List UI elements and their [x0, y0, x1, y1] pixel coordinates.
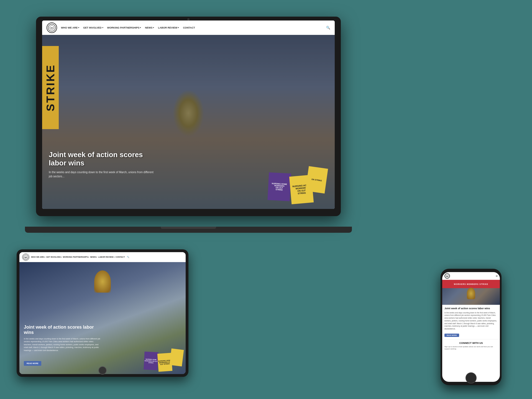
- tablet-hero-title: Joint week of action scores labor wins: [24, 324, 101, 335]
- laptop-nav-links: WHO WE ARE ▾ GET INVOLVED ▾ WORKING PART…: [60, 25, 323, 30]
- tablet-home-button[interactable]: [98, 366, 107, 375]
- chevron-down-icon: ▾: [78, 27, 79, 29]
- tablet-nav-links: WHO WE ARE ▾ GET INVOLVED ▾ WORKING PART…: [31, 256, 183, 258]
- laptop-screen: MN WHO WE ARE ▾ GET INVOLVED ▾ WORKING P…: [42, 21, 335, 209]
- phone-article-card: Joint week of action scores labor wins I…: [442, 305, 500, 339]
- laptop-device: MN WHO WE ARE ▾ GET INVOLVED ▾ WORKING P…: [36, 17, 341, 227]
- tablet-search-icon[interactable]: 🔍: [127, 256, 129, 258]
- tablet-logo[interactable]: MN: [22, 254, 29, 261]
- phone-article-title: Joint week of action scores labor wins: [444, 307, 498, 310]
- chevron-down-icon: ▾: [61, 256, 62, 258]
- svg-text:MN: MN: [446, 276, 448, 277]
- tablet-screen: MN WHO WE ARE ▾ GET INVOLVED ▾ WORKING P…: [19, 252, 186, 374]
- phone-article-text: In the weeks and days counting down to t…: [444, 311, 498, 330]
- tablet-strike-signs: NURSING HOME WORKERS ON ULP STRIKE NURSI…: [114, 285, 186, 374]
- phone-strike-banner: WORKERS MEMBERS STRIKE: [442, 280, 500, 288]
- chevron-down-icon: ▾: [96, 256, 97, 258]
- strike-sign-yellow2: ON STRIKE: [305, 166, 328, 194]
- phone-body: MN ≡ WORKERS MEMBERS STRIKE Joint week o…: [441, 269, 502, 385]
- chevron-down-icon: ▾: [88, 256, 89, 258]
- tablet-hero-text: Joint week of action scores labor wins I…: [24, 324, 101, 352]
- chevron-down-icon: ▾: [44, 256, 45, 258]
- phone-device: MN ≡ WORKERS MEMBERS STRIKE Joint week o…: [441, 269, 502, 385]
- tablet-hero: NURSING HOME WORKERS ON ULP STRIKE NURSI…: [19, 262, 186, 374]
- tablet-nav-news[interactable]: NEWS ▾: [90, 256, 97, 258]
- tablet-hero-excerpt: In the weeks and days counting down to t…: [24, 337, 101, 352]
- laptop-logo[interactable]: MN: [47, 22, 57, 33]
- tablet-nav-labor-review[interactable]: LABOR REVIEW ▾: [98, 256, 114, 258]
- phone-home-button[interactable]: [466, 372, 477, 383]
- nav-get-involved[interactable]: GET INVOLVED ▾: [82, 25, 104, 30]
- strike-signs: NURSING HOME WORKERSON ULPSTRIKE NURSING…: [196, 98, 335, 209]
- nav-contact[interactable]: CONTACT: [182, 25, 196, 30]
- phone-read-more-button[interactable]: READ MORE: [444, 334, 459, 337]
- strike-sign-purple: NURSING HOME WORKERSON ULPSTRIKE: [267, 172, 291, 201]
- laptop-base: [25, 227, 352, 233]
- strike-left-banner: STRIKE: [42, 46, 59, 129]
- hero-title: Joint week of action scores labor wins: [49, 151, 154, 167]
- chevron-down-icon: ▾: [153, 27, 154, 29]
- tablet-device: MN WHO WE ARE ▾ GET INVOLVED ▾ WORKING P…: [17, 249, 188, 377]
- phone-capitol-dome: [467, 288, 475, 299]
- laptop-hero: STRIKE NURSING HOME WORKERSON ULPSTRIKE …: [42, 35, 335, 209]
- tablet-navbar: MN WHO WE ARE ▾ GET INVOLVED ▾ WORKING P…: [19, 252, 186, 262]
- chevron-down-icon: ▾: [140, 27, 141, 29]
- tablet-nav-contact[interactable]: CONTACT: [116, 256, 125, 258]
- search-icon[interactable]: 🔍: [326, 26, 330, 30]
- chevron-down-icon: ▾: [178, 27, 179, 29]
- capitol-dome: [94, 270, 111, 293]
- hamburger-icon[interactable]: ≡: [496, 274, 498, 278]
- phone-screen: MN ≡ WORKERS MEMBERS STRIKE Joint week o…: [442, 272, 500, 382]
- laptop-camera: [187, 18, 190, 21]
- tablet-nav-working-partnerships[interactable]: WORKING PARTNERSHIPS ▾: [63, 256, 89, 258]
- tablet-sign-yellow2: [170, 348, 184, 366]
- tablet-sign-purple: NURSING HOME WORKERS ON ULP STRIKE: [144, 352, 158, 370]
- tablet-nav-who-we-are[interactable]: WHO WE ARE ▾: [31, 256, 45, 258]
- laptop-body: MN WHO WE ARE ▾ GET INVOLVED ▾ WORKING P…: [36, 17, 341, 216]
- hero-excerpt: In the weeks and days counting down to t…: [49, 170, 154, 178]
- nav-working-partnerships[interactable]: WORKING PARTNERSHIPS ▾: [106, 25, 142, 30]
- tablet-read-more-button[interactable]: READ MORE: [24, 361, 41, 366]
- laptop-navbar: MN WHO WE ARE ▾ GET INVOLVED ▾ WORKING P…: [42, 21, 335, 35]
- phone-logo[interactable]: MN: [444, 273, 450, 279]
- nav-labor-review[interactable]: LABOR REVIEW ▾: [157, 25, 180, 30]
- phone-connect-section: CONNECT WITH US Sign up to receive email…: [442, 339, 500, 352]
- phone-header: MN ≡: [442, 272, 500, 280]
- svg-text:MN: MN: [25, 257, 27, 258]
- phone-hero-image: WORKERS MEMBERS STRIKE: [442, 280, 500, 305]
- nav-who-we-are[interactable]: WHO WE ARE ▾: [60, 25, 80, 30]
- chevron-down-icon: ▾: [114, 256, 114, 258]
- chevron-down-icon: ▾: [102, 27, 103, 29]
- laptop-hero-text: Joint week of action scores labor wins I…: [49, 151, 154, 178]
- phone-connect-title: CONNECT WITH US: [444, 342, 498, 344]
- tablet-nav-get-involved[interactable]: GET INVOLVED ▾: [46, 256, 62, 258]
- nav-news[interactable]: NEWS ▾: [144, 25, 155, 30]
- svg-text:MN: MN: [50, 27, 53, 29]
- tablet-body: MN WHO WE ARE ▾ GET INVOLVED ▾ WORKING P…: [17, 249, 188, 377]
- phone-connect-text: Sign up to receive email updates about o…: [444, 346, 498, 350]
